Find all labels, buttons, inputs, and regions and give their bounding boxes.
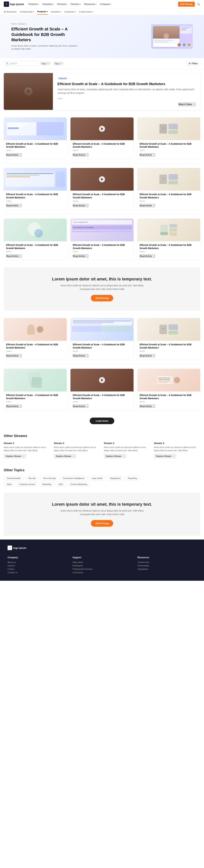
- article-body: Efficient Growth at Scale – A Guidebook …: [4, 241, 67, 260]
- footer-link-about[interactable]: About us: [7, 561, 67, 563]
- footer-link-careers[interactable]: Careers: [7, 564, 67, 567]
- read-article-button[interactable]: Read Article →: [6, 354, 22, 357]
- topics-tags-row2: Sales Customer service Marketing SEO Con…: [4, 482, 200, 487]
- nav-partners[interactable]: Partners ▾: [71, 3, 81, 5]
- topic-tag-reporting[interactable]: Reporting: [125, 476, 140, 480]
- sub-nav-trending[interactable]: Trending topic ▾: [20, 9, 34, 14]
- explore-stream-button[interactable]: Explore Stream →: [104, 454, 126, 458]
- article-grid-3: Efficient Growth at Scale – A Guidebook …: [0, 215, 204, 264]
- topic-tag-communication[interactable]: Communication: [4, 476, 24, 480]
- nav-get-pricing-button[interactable]: Get Pricing: [178, 2, 195, 7]
- article-author: Author: [73, 149, 131, 152]
- footer-link-partnerships[interactable]: Partnerships: [137, 564, 197, 567]
- article-card: Efficient Growth at Scale – A Guidebook …: [4, 168, 67, 209]
- play-button[interactable]: [99, 176, 105, 182]
- stream-card: Stream 2 Amet ninim mullit non deserunt …: [104, 442, 150, 458]
- topic-tag-seo[interactable]: SEO: [56, 482, 66, 487]
- nav-services[interactable]: Services ▾: [57, 3, 67, 5]
- read-article-button[interactable]: Read Article →: [140, 405, 155, 408]
- play-button[interactable]: [99, 377, 105, 383]
- read-article-button[interactable]: Read Article →: [140, 153, 155, 156]
- read-article-button[interactable]: Read Article →: [140, 354, 155, 357]
- article-title: Efficient Growth at Scale – A Guidebook …: [73, 143, 131, 149]
- article-body: Efficient Growth at Scale – A Guidebook …: [137, 241, 200, 260]
- stream-label: Stream 2: [54, 442, 100, 444]
- sub-nav-all-resources[interactable]: All Resources: [4, 9, 16, 14]
- featured-video-thumbnail[interactable]: [4, 73, 53, 110]
- explore-stream-button[interactable]: Explore Stream →: [154, 454, 176, 458]
- topic-tag-customer-service[interactable]: Customer service: [16, 482, 38, 487]
- load-more-button[interactable]: Load more: [90, 417, 114, 424]
- footer-link-helpcenter[interactable]: Help center: [72, 561, 132, 563]
- topic-tag-integrations[interactable]: Integrations: [107, 476, 124, 480]
- sub-nav-industries[interactable]: Industries ▾: [51, 9, 61, 14]
- sub-nav-products[interactable]: Products ▾: [37, 9, 48, 14]
- footer-link-culture[interactable]: Culture: [7, 568, 67, 570]
- chevron-down-icon: ▾: [33, 11, 34, 13]
- article-body: Efficient Growth at Scale – A Guidebook …: [70, 191, 133, 209]
- mid-cta-section: Lorem ipsum dolor sit amet, this is temp…: [4, 268, 200, 311]
- sub-nav-customers[interactable]: Customers ▾: [64, 9, 76, 14]
- article-body: Efficient Growth at Scale – A Guidebook …: [70, 241, 133, 260]
- footer-link-community[interactable]: Community: [72, 571, 132, 574]
- topic-tag-form-security[interactable]: Form Security: [40, 476, 59, 480]
- read-article-button[interactable]: Read Article →: [6, 405, 22, 408]
- play-button[interactable]: [99, 126, 105, 132]
- nav-company[interactable]: Company ▾: [100, 3, 111, 5]
- stream-card: Stream 2 Amet ninim mullit non deserunt …: [54, 442, 100, 458]
- read-article-button[interactable]: Read Article →: [73, 204, 89, 207]
- nav-industries[interactable]: Industries ▾: [42, 3, 54, 5]
- article-body: Efficient Growth at Scale – A Guidebook …: [137, 341, 200, 360]
- footer-link-contact[interactable]: Contact us: [7, 571, 67, 574]
- stream-label: Stream 2: [104, 442, 150, 444]
- nav-resources[interactable]: Resources ▾: [84, 3, 96, 5]
- topic-tag-security[interactable]: Security: [25, 476, 38, 480]
- search-icon: 🔍: [6, 62, 9, 65]
- footer-link-content-hub[interactable]: Content Hub: [137, 561, 197, 563]
- article-title: Efficient Growth at Scale – A Guidebook …: [6, 143, 64, 149]
- read-article-button[interactable]: Read Article →: [73, 405, 89, 408]
- read-article-button[interactable]: Read Article →: [6, 254, 22, 257]
- footer-link-professional[interactable]: Professional Services: [72, 568, 132, 570]
- grid-divider: [4, 163, 200, 163]
- bottom-cta-get-pricing-button[interactable]: Get Pricing: [91, 520, 113, 527]
- tag-2-remove[interactable]: ×: [61, 62, 62, 65]
- read-article-button[interactable]: Read Article →: [6, 204, 22, 207]
- article-card: How to plan your referral rewards Effici…: [137, 369, 200, 410]
- nav-products[interactable]: Products ▾: [29, 3, 39, 5]
- sub-nav-content-types[interactable]: Content types ▾: [79, 9, 93, 14]
- article-thumbnail: How to plan your referral rewards: [137, 369, 200, 392]
- footer-col-title: Support: [72, 556, 132, 559]
- topic-tag-sales[interactable]: Sales: [4, 482, 15, 487]
- topic-tag-content-marketing[interactable]: Content Marketing: [67, 482, 90, 487]
- cta-get-pricing-button[interactable]: Get Pricing: [91, 295, 113, 302]
- search-icon[interactable]: 🔍: [197, 3, 200, 6]
- read-article-button[interactable]: Read Article →: [140, 204, 155, 207]
- search-box[interactable]: 🔍 Search: [4, 61, 38, 66]
- read-article-button[interactable]: Read Article →: [73, 354, 89, 357]
- filters-button[interactable]: ⚙ Filters: [186, 61, 200, 66]
- article-author: Author: [6, 149, 64, 152]
- read-article-button[interactable]: Read Article →: [73, 153, 89, 156]
- read-article-button[interactable]: Read Article →: [140, 254, 155, 257]
- footer-link-developers[interactable]: Developers: [72, 564, 132, 567]
- read-article-button[interactable]: Read Article →: [73, 254, 89, 257]
- arrow-right-icon: →: [193, 103, 195, 106]
- topic-tag-marketing[interactable]: Marketing: [39, 482, 54, 487]
- watch-video-button[interactable]: Watch Video →: [178, 103, 196, 106]
- explore-stream-button[interactable]: Explore Stream →: [54, 454, 76, 458]
- article-body: Efficient Growth at Scale – A Guidebook …: [4, 392, 67, 410]
- topic-tag-lead-center[interactable]: Lead center: [89, 476, 106, 480]
- chevron-down-icon: ▾: [66, 3, 67, 5]
- article-card: Efficient Growth at Scale – A Guidebook …: [4, 318, 67, 360]
- filter-icon: ⚙: [189, 62, 191, 65]
- logo[interactable]: li logo ipsum: [4, 1, 24, 7]
- read-article-button[interactable]: Read Article →: [6, 153, 22, 156]
- footer-link-integrations[interactable]: Integrations: [137, 568, 197, 570]
- footer: li logo ipsum Company About us Careers C…: [0, 539, 204, 581]
- explore-stream-button[interactable]: Explore Stream →: [4, 454, 26, 458]
- breadcrumb: Home / Stream 1: [11, 23, 143, 25]
- tag-1-remove[interactable]: ×: [47, 62, 49, 65]
- topic-tag-conversion[interactable]: Conversion Intelligence: [60, 476, 88, 480]
- article-title: Efficient Growth at Scale – A Guidebook …: [73, 244, 131, 250]
